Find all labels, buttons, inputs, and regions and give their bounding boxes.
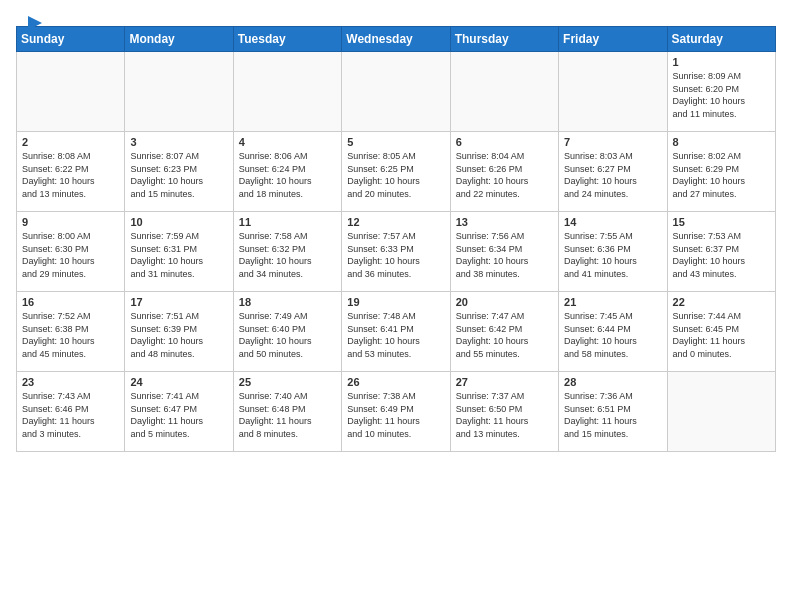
calendar-cell: 10Sunrise: 7:59 AM Sunset: 6:31 PM Dayli…: [125, 212, 233, 292]
day-info: Sunrise: 8:04 AM Sunset: 6:26 PM Dayligh…: [456, 150, 553, 200]
col-header-sunday: Sunday: [17, 27, 125, 52]
calendar-cell: [17, 52, 125, 132]
day-number: 13: [456, 216, 553, 228]
day-number: 15: [673, 216, 770, 228]
calendar-cell: 18Sunrise: 7:49 AM Sunset: 6:40 PM Dayli…: [233, 292, 341, 372]
calendar-header-row: SundayMondayTuesdayWednesdayThursdayFrid…: [17, 27, 776, 52]
day-info: Sunrise: 7:40 AM Sunset: 6:48 PM Dayligh…: [239, 390, 336, 440]
day-number: 23: [22, 376, 119, 388]
day-number: 16: [22, 296, 119, 308]
calendar-cell: 23Sunrise: 7:43 AM Sunset: 6:46 PM Dayli…: [17, 372, 125, 452]
calendar-cell: 17Sunrise: 7:51 AM Sunset: 6:39 PM Dayli…: [125, 292, 233, 372]
day-info: Sunrise: 8:08 AM Sunset: 6:22 PM Dayligh…: [22, 150, 119, 200]
day-number: 1: [673, 56, 770, 68]
day-info: Sunrise: 7:37 AM Sunset: 6:50 PM Dayligh…: [456, 390, 553, 440]
calendar-cell: [342, 52, 450, 132]
day-number: 14: [564, 216, 661, 228]
day-info: Sunrise: 7:45 AM Sunset: 6:44 PM Dayligh…: [564, 310, 661, 360]
calendar-cell: [125, 52, 233, 132]
day-info: Sunrise: 7:52 AM Sunset: 6:38 PM Dayligh…: [22, 310, 119, 360]
calendar-cell: 15Sunrise: 7:53 AM Sunset: 6:37 PM Dayli…: [667, 212, 775, 292]
day-info: Sunrise: 7:59 AM Sunset: 6:31 PM Dayligh…: [130, 230, 227, 280]
calendar-cell: 26Sunrise: 7:38 AM Sunset: 6:49 PM Dayli…: [342, 372, 450, 452]
day-info: Sunrise: 8:07 AM Sunset: 6:23 PM Dayligh…: [130, 150, 227, 200]
day-number: 26: [347, 376, 444, 388]
day-number: 11: [239, 216, 336, 228]
calendar-week-row-4: 16Sunrise: 7:52 AM Sunset: 6:38 PM Dayli…: [17, 292, 776, 372]
day-info: Sunrise: 8:03 AM Sunset: 6:27 PM Dayligh…: [564, 150, 661, 200]
calendar-cell: 28Sunrise: 7:36 AM Sunset: 6:51 PM Dayli…: [559, 372, 667, 452]
day-number: 19: [347, 296, 444, 308]
calendar-cell: 9Sunrise: 8:00 AM Sunset: 6:30 PM Daylig…: [17, 212, 125, 292]
calendar-cell: 20Sunrise: 7:47 AM Sunset: 6:42 PM Dayli…: [450, 292, 558, 372]
day-info: Sunrise: 7:36 AM Sunset: 6:51 PM Dayligh…: [564, 390, 661, 440]
day-number: 7: [564, 136, 661, 148]
day-number: 18: [239, 296, 336, 308]
calendar-cell: [559, 52, 667, 132]
day-info: Sunrise: 7:44 AM Sunset: 6:45 PM Dayligh…: [673, 310, 770, 360]
day-number: 6: [456, 136, 553, 148]
day-info: Sunrise: 7:56 AM Sunset: 6:34 PM Dayligh…: [456, 230, 553, 280]
day-number: 3: [130, 136, 227, 148]
logo-triangle-icon: [28, 16, 42, 30]
day-info: Sunrise: 7:48 AM Sunset: 6:41 PM Dayligh…: [347, 310, 444, 360]
calendar-cell: 8Sunrise: 8:02 AM Sunset: 6:29 PM Daylig…: [667, 132, 775, 212]
day-info: Sunrise: 8:02 AM Sunset: 6:29 PM Dayligh…: [673, 150, 770, 200]
day-info: Sunrise: 8:00 AM Sunset: 6:30 PM Dayligh…: [22, 230, 119, 280]
day-info: Sunrise: 7:38 AM Sunset: 6:49 PM Dayligh…: [347, 390, 444, 440]
day-number: 8: [673, 136, 770, 148]
calendar-cell: [233, 52, 341, 132]
calendar-cell: 7Sunrise: 8:03 AM Sunset: 6:27 PM Daylig…: [559, 132, 667, 212]
calendar-week-row-2: 2Sunrise: 8:08 AM Sunset: 6:22 PM Daylig…: [17, 132, 776, 212]
day-info: Sunrise: 7:47 AM Sunset: 6:42 PM Dayligh…: [456, 310, 553, 360]
calendar-cell: 4Sunrise: 8:06 AM Sunset: 6:24 PM Daylig…: [233, 132, 341, 212]
day-info: Sunrise: 7:57 AM Sunset: 6:33 PM Dayligh…: [347, 230, 444, 280]
col-header-saturday: Saturday: [667, 27, 775, 52]
day-info: Sunrise: 8:05 AM Sunset: 6:25 PM Dayligh…: [347, 150, 444, 200]
calendar-week-row-1: 1Sunrise: 8:09 AM Sunset: 6:20 PM Daylig…: [17, 52, 776, 132]
day-number: 21: [564, 296, 661, 308]
day-info: Sunrise: 7:49 AM Sunset: 6:40 PM Dayligh…: [239, 310, 336, 360]
calendar-cell: 27Sunrise: 7:37 AM Sunset: 6:50 PM Dayli…: [450, 372, 558, 452]
day-number: 5: [347, 136, 444, 148]
calendar-cell: 13Sunrise: 7:56 AM Sunset: 6:34 PM Dayli…: [450, 212, 558, 292]
calendar-cell: 5Sunrise: 8:05 AM Sunset: 6:25 PM Daylig…: [342, 132, 450, 212]
day-number: 22: [673, 296, 770, 308]
calendar-cell: 19Sunrise: 7:48 AM Sunset: 6:41 PM Dayli…: [342, 292, 450, 372]
day-number: 25: [239, 376, 336, 388]
col-header-thursday: Thursday: [450, 27, 558, 52]
day-info: Sunrise: 7:58 AM Sunset: 6:32 PM Dayligh…: [239, 230, 336, 280]
col-header-friday: Friday: [559, 27, 667, 52]
calendar-cell: [450, 52, 558, 132]
svg-marker-0: [28, 16, 42, 30]
calendar-cell: 25Sunrise: 7:40 AM Sunset: 6:48 PM Dayli…: [233, 372, 341, 452]
col-header-wednesday: Wednesday: [342, 27, 450, 52]
calendar-cell: 2Sunrise: 8:08 AM Sunset: 6:22 PM Daylig…: [17, 132, 125, 212]
calendar-week-row-5: 23Sunrise: 7:43 AM Sunset: 6:46 PM Dayli…: [17, 372, 776, 452]
day-number: 2: [22, 136, 119, 148]
calendar-cell: 24Sunrise: 7:41 AM Sunset: 6:47 PM Dayli…: [125, 372, 233, 452]
calendar-cell: 6Sunrise: 8:04 AM Sunset: 6:26 PM Daylig…: [450, 132, 558, 212]
calendar-cell: 1Sunrise: 8:09 AM Sunset: 6:20 PM Daylig…: [667, 52, 775, 132]
calendar-cell: 3Sunrise: 8:07 AM Sunset: 6:23 PM Daylig…: [125, 132, 233, 212]
calendar-table: SundayMondayTuesdayWednesdayThursdayFrid…: [16, 26, 776, 452]
day-number: 27: [456, 376, 553, 388]
day-number: 4: [239, 136, 336, 148]
calendar-cell: 16Sunrise: 7:52 AM Sunset: 6:38 PM Dayli…: [17, 292, 125, 372]
calendar-cell: [667, 372, 775, 452]
day-number: 9: [22, 216, 119, 228]
col-header-tuesday: Tuesday: [233, 27, 341, 52]
day-info: Sunrise: 8:06 AM Sunset: 6:24 PM Dayligh…: [239, 150, 336, 200]
day-number: 24: [130, 376, 227, 388]
calendar-cell: 14Sunrise: 7:55 AM Sunset: 6:36 PM Dayli…: [559, 212, 667, 292]
calendar-cell: 11Sunrise: 7:58 AM Sunset: 6:32 PM Dayli…: [233, 212, 341, 292]
day-number: 12: [347, 216, 444, 228]
day-info: Sunrise: 7:51 AM Sunset: 6:39 PM Dayligh…: [130, 310, 227, 360]
calendar-cell: 12Sunrise: 7:57 AM Sunset: 6:33 PM Dayli…: [342, 212, 450, 292]
day-info: Sunrise: 7:53 AM Sunset: 6:37 PM Dayligh…: [673, 230, 770, 280]
day-info: Sunrise: 7:43 AM Sunset: 6:46 PM Dayligh…: [22, 390, 119, 440]
day-info: Sunrise: 7:41 AM Sunset: 6:47 PM Dayligh…: [130, 390, 227, 440]
day-number: 17: [130, 296, 227, 308]
day-info: Sunrise: 7:55 AM Sunset: 6:36 PM Dayligh…: [564, 230, 661, 280]
day-number: 28: [564, 376, 661, 388]
